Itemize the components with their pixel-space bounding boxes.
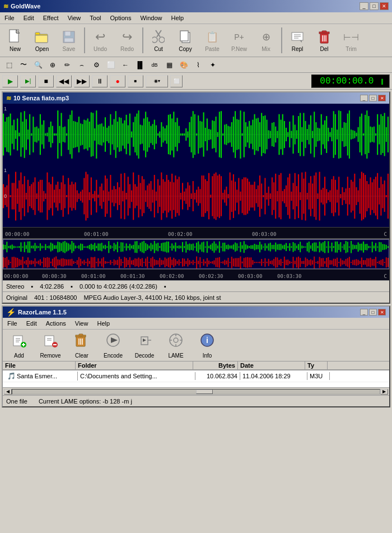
razor-add-icon <box>11 332 27 351</box>
col-header-date[interactable]: Date <box>238 361 305 369</box>
svg-rect-6 <box>35 35 48 43</box>
close-button[interactable]: ✕ <box>380 2 389 10</box>
razor-menu-edit[interactable]: Edit <box>24 319 39 328</box>
razor-menu-view[interactable]: View <box>73 319 91 328</box>
status-format: MPEG Audio Layer-3, 44100 Hz, 160 kbps, … <box>83 294 221 301</box>
razor-status-bar: One file Current LAME options: -b 128 -m… <box>3 395 389 406</box>
menu-edit[interactable]: Edit <box>21 13 36 22</box>
record-button[interactable]: ● <box>110 75 125 87</box>
tool-pencil[interactable]: ✏ <box>60 59 74 71</box>
razor-clear-button[interactable]: Clear <box>68 331 96 359</box>
tool-marker[interactable]: ⚙ <box>90 59 103 71</box>
repl-button[interactable]: Repl <box>284 26 310 55</box>
trim-button[interactable]: ⊢⊣ Trim <box>338 26 364 55</box>
razor-encode-button[interactable]: Encode <box>99 331 127 359</box>
file-name: Santa Esmer... <box>17 373 57 379</box>
horizontal-scrollbar[interactable]: ◀ ▶ <box>3 387 389 395</box>
open-button[interactable]: Open <box>29 26 55 55</box>
loop-button[interactable]: ⬜ <box>170 75 183 87</box>
audio-maximize[interactable]: □ <box>369 95 377 101</box>
undo-button[interactable]: ↩ Undo <box>87 26 113 55</box>
razor-lame-options: Current LAME options: -b 128 -m j <box>39 398 132 405</box>
tool-select[interactable]: ⬚ <box>2 59 16 71</box>
razor-menu-file[interactable]: File <box>5 319 20 328</box>
svg-point-13 <box>159 37 165 43</box>
tool-levels[interactable]: ▐▌ <box>133 59 147 71</box>
tool-extra1[interactable]: ⌇ <box>192 59 205 71</box>
rewind-button[interactable]: ◀◀ <box>56 75 72 87</box>
stop2-button[interactable]: ■ <box>128 75 143 87</box>
svg-rect-8 <box>65 31 71 36</box>
razor-info-button[interactable]: i Info <box>193 331 221 359</box>
menu-effect[interactable]: Effect <box>41 13 61 22</box>
toolbar-sep-3 <box>281 27 282 53</box>
redo-button[interactable]: ↪ Redo <box>114 26 140 55</box>
audio-minimize[interactable]: _ <box>360 95 368 101</box>
timeline-ruler: 00:00:00 00:01:00 00:02:00 00:03:00 C <box>3 227 389 238</box>
menu-tool[interactable]: Tool <box>87 13 103 22</box>
razor-lame-button[interactable]: LAME <box>162 331 190 359</box>
menu-window[interactable]: Window <box>138 13 164 22</box>
scroll-thumb[interactable] <box>196 390 213 394</box>
overview-canvas[interactable] <box>3 239 389 270</box>
scroll-right-arrow[interactable]: ▶ <box>380 389 388 395</box>
waveform-top-canvas[interactable] <box>3 104 389 165</box>
save-button[interactable]: Save <box>56 26 82 55</box>
svg-rect-9 <box>64 38 73 42</box>
scroll-left-arrow[interactable]: ◀ <box>4 389 12 395</box>
razor-remove-button[interactable]: Remove <box>36 331 64 359</box>
pause-button[interactable]: ⏸ <box>92 75 108 87</box>
play-sel-button[interactable]: ▶| <box>20 75 36 87</box>
razor-logo: ⚡ <box>6 308 16 317</box>
col-header-file[interactable]: File <box>3 361 76 369</box>
tool-zoom-in[interactable]: 🔍 <box>31 59 45 71</box>
ffwd-button[interactable]: ▶▶ <box>74 75 90 87</box>
pnew-button[interactable]: P+ P.New <box>226 26 252 55</box>
razor-add-button[interactable]: Add <box>5 331 33 359</box>
col-header-folder[interactable]: Folder <box>76 361 193 369</box>
tool-colors[interactable]: 🎨 <box>177 59 190 71</box>
razor-minimize[interactable]: _ <box>360 309 368 316</box>
razor-menu-help[interactable]: Help <box>95 319 112 328</box>
channel-select[interactable]: ◉▾ <box>146 75 168 87</box>
tool-cue[interactable]: ⬜ <box>104 59 118 71</box>
col-header-type[interactable]: Ty <box>305 361 328 369</box>
stop-button[interactable]: ■ <box>38 75 54 87</box>
mix-button[interactable]: ⊕ Mix <box>253 26 279 55</box>
tool-zoom-out[interactable]: ⊕ <box>46 59 59 71</box>
menu-help[interactable]: Help <box>169 13 186 22</box>
razor-file-count: One file <box>6 398 27 405</box>
cut-button[interactable]: Cut <box>146 26 171 55</box>
maximize-button[interactable]: □ <box>370 2 379 10</box>
menu-options[interactable]: Options <box>108 13 133 22</box>
razor-decode-button[interactable]: Decode <box>130 331 158 359</box>
audio-close[interactable]: ✕ <box>378 95 386 101</box>
audio-status-bar2: Original 401 : 10684800 MPEG Audio Layer… <box>3 291 389 303</box>
menu-file[interactable]: File <box>2 13 17 22</box>
play-button[interactable]: ▶ <box>2 75 18 87</box>
tool-waveform[interactable]: 〜 <box>17 59 30 71</box>
razor-close[interactable]: ✕ <box>378 309 386 316</box>
tool-db[interactable]: dB <box>148 59 161 71</box>
audio-title: 10 Senza fiato.mp3 <box>13 95 69 101</box>
tool-spectrum[interactable]: ▦ <box>162 59 176 71</box>
menu-view[interactable]: View <box>66 13 83 22</box>
razor-menu-actions[interactable]: Actions <box>44 319 68 328</box>
waveform-bottom-canvas[interactable] <box>3 165 389 227</box>
del-button[interactable]: Del <box>311 26 337 55</box>
razor-maximize[interactable]: □ <box>369 309 377 316</box>
table-row[interactable]: 🎵 Santa Esmer... C:\Documents and Settin… <box>3 370 389 382</box>
save-icon <box>60 29 77 45</box>
tool-arrow-left[interactable]: ← <box>119 59 132 71</box>
app-title: GoldWave <box>11 3 40 10</box>
tool-extra2[interactable]: ✦ <box>206 59 220 71</box>
new-button[interactable]: New <box>2 26 28 55</box>
razor-add-label: Add <box>14 353 24 359</box>
copy-button[interactable]: Copy <box>172 26 198 55</box>
svg-rect-22 <box>322 31 326 33</box>
tool-draw[interactable]: ⌢ <box>75 59 88 71</box>
col-header-bytes[interactable]: Bytes <box>193 361 238 369</box>
scroll-track[interactable] <box>12 389 380 395</box>
minimize-button[interactable]: _ <box>360 2 368 10</box>
paste-button[interactable]: 📋 Paste <box>199 26 225 55</box>
